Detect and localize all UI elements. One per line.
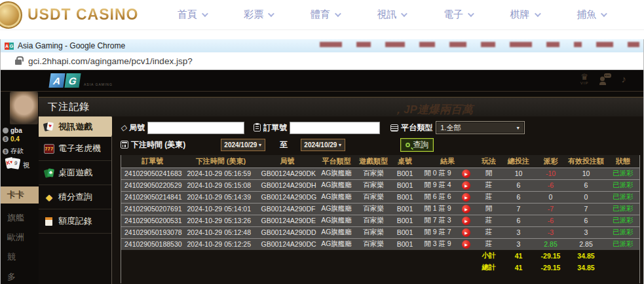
nav-item-sports[interactable]: 體育 bbox=[311, 9, 339, 21]
game-cell: 百家樂 bbox=[356, 238, 391, 250]
replay-play-icon[interactable]: ▶ bbox=[462, 181, 470, 190]
platform-cell: AG旗艦廳 bbox=[317, 179, 356, 191]
col-header-game: 遊戲類型 bbox=[356, 155, 391, 168]
replay-play-icon[interactable]: ▶ bbox=[462, 228, 470, 237]
menu-item-slot-machine[interactable]: 777 電子老虎機 bbox=[39, 137, 111, 161]
replay-play-icon[interactable]: ▶ bbox=[462, 193, 470, 202]
ag-app: A G ASIA GAMING ♛ VIP ••• ♪ bbox=[1, 70, 643, 284]
order-input[interactable] bbox=[290, 122, 380, 134]
nav-item-home[interactable]: 首頁 bbox=[178, 9, 206, 21]
platform-cell: AG旗艦廳 bbox=[317, 238, 356, 250]
nav-item-lottery[interactable]: 彩票 bbox=[244, 9, 273, 21]
sidebar-item-flagship[interactable]: 旗艦 bbox=[1, 209, 39, 226]
chevron-down-icon bbox=[335, 10, 341, 17]
username-row: gba bbox=[3, 127, 22, 134]
ag-logo-a: A bbox=[48, 73, 65, 88]
menu-item-live-games[interactable]: ♥ 視訊遊戲 bbox=[39, 116, 111, 137]
chevron-down-icon bbox=[401, 10, 407, 17]
round-input[interactable] bbox=[147, 122, 244, 134]
nav-item-live[interactable]: 視訊 bbox=[377, 9, 406, 21]
nav-item-cards[interactable]: 棋牌 bbox=[510, 9, 539, 21]
replay-play-icon[interactable]: ▶ bbox=[462, 205, 470, 213]
replay-play-icon[interactable]: ▶ bbox=[462, 169, 470, 178]
replay-play-icon[interactable]: ▶ bbox=[462, 217, 470, 225]
nav-item-slots[interactable]: 電子 bbox=[444, 9, 472, 21]
menu-label: 桌面遊戲 bbox=[58, 167, 92, 179]
payout-cell: 2.85 bbox=[536, 238, 566, 250]
list-icon bbox=[390, 124, 398, 132]
table-cell: B001 bbox=[391, 226, 419, 238]
replay-cell: ▶ bbox=[457, 203, 476, 215]
game-cell: 百家樂 bbox=[356, 179, 391, 191]
game-cell: 百家樂 bbox=[356, 168, 391, 179]
ag-favicon-icon: AG bbox=[5, 43, 14, 50]
time-cell: 2024-10-29 05:16:59 bbox=[184, 168, 258, 179]
col-header-time: 下注時間 (美東) bbox=[184, 155, 258, 168]
username: gba bbox=[10, 127, 22, 134]
ag-logo: A G ASIA GAMING bbox=[50, 73, 113, 88]
nav-item-fishing[interactable]: 捕魚 bbox=[577, 9, 605, 21]
menu-label: 電子老虎機 bbox=[58, 143, 101, 154]
col-header-table: 桌號 bbox=[391, 155, 419, 168]
vip-icon[interactable]: ♛ VIP bbox=[580, 73, 589, 85]
main-nav: 首頁 彩票 體育 視訊 電子 棋牌 捕魚 bbox=[152, 9, 644, 21]
payout-cell: -10 bbox=[536, 168, 566, 179]
menu-item-table-games[interactable]: ♣ 桌面遊戲 bbox=[39, 161, 111, 185]
play-cell: 閒 bbox=[476, 203, 502, 215]
menu-item-quota-record[interactable]: 額度記錄 bbox=[39, 209, 111, 234]
bet-cell: 7 bbox=[502, 203, 536, 215]
site-logo-badge-icon bbox=[0, 1, 22, 29]
avatar[interactable] bbox=[10, 92, 38, 124]
sidebar-item-duo[interactable]: 多 bbox=[1, 268, 39, 284]
table-row: 2410290501930782024-10-29 05:12:48GB0012… bbox=[121, 226, 640, 238]
status-cell: 已派彩 bbox=[607, 238, 640, 250]
deposit-row[interactable]: $ 存款 bbox=[3, 147, 24, 156]
customer-service-icon[interactable]: ••• bbox=[599, 73, 611, 85]
window-title-bar[interactable]: AG Asia Gaming - Google Chrome bbox=[1, 39, 643, 52]
date-to-value: 2024/10/29 bbox=[304, 141, 337, 149]
tag-icon: ◇ bbox=[121, 123, 126, 132]
menu-item-points-query[interactable]: ◆ 積分查詢 bbox=[39, 185, 111, 209]
search-icon bbox=[406, 143, 410, 147]
round-cell: GB00124A290DD bbox=[258, 226, 317, 238]
total-row: 總計 41 -29.15 34.85 bbox=[121, 262, 640, 274]
ag-logo-subtext: ASIA GAMING bbox=[84, 82, 113, 86]
platform-select[interactable]: 1.全部 ▼ bbox=[436, 121, 525, 134]
sidebar-item-jing[interactable]: 競 bbox=[1, 249, 39, 266]
site-logo[interactable]: USDT CASINO bbox=[0, 1, 152, 29]
result-cell: 閒 3 莊 9 bbox=[419, 238, 457, 250]
screen: USDT CASINO 首頁 彩票 體育 視訊 電子 棋牌 捕魚 AG Asia… bbox=[0, 0, 644, 284]
table-cell: B001 bbox=[391, 179, 419, 191]
order-cell: 241029050241683 bbox=[121, 168, 184, 179]
balance-row: $ 0.4 bbox=[3, 135, 20, 143]
status-cell: 已派彩 bbox=[607, 226, 640, 238]
calendar-icon bbox=[121, 141, 128, 149]
replay-cell: ▶ bbox=[457, 238, 476, 250]
nav-label: 體育 bbox=[311, 9, 330, 21]
music-icon[interactable]: ♪ bbox=[622, 73, 627, 84]
col-header-result: 結果 bbox=[419, 155, 476, 168]
order-cell: 241029050220529 bbox=[121, 179, 184, 191]
round-cell: GB00124A290DG bbox=[258, 191, 317, 203]
play-cell: 莊 bbox=[476, 215, 502, 226]
url-bar[interactable]: gci.2hhapi.com/agingame/pcv1/index.jsp? bbox=[1, 52, 643, 70]
payout-cell: -7 bbox=[536, 203, 566, 215]
time-cell: 2024-10-29 05:14:01 bbox=[184, 203, 258, 215]
bet-cell: 6 bbox=[502, 179, 536, 191]
green-cards-icon: ♣ bbox=[44, 168, 54, 178]
search-button-label: 查詢 bbox=[413, 139, 428, 151]
table-row: 2410290501885302024-10-29 05:12:25GB0012… bbox=[121, 238, 640, 250]
platform-cell: AG旗艦廳 bbox=[317, 226, 356, 238]
panel-title: 下注記錄 bbox=[48, 101, 90, 113]
sidebar-item-kaka[interactable]: 卡卡 bbox=[1, 186, 39, 204]
col-header-platform: 平台類型 bbox=[317, 155, 356, 168]
round-cell: GB00124A290DH bbox=[258, 179, 317, 191]
date-from-picker[interactable]: 2024/10/29 ▼ bbox=[221, 139, 265, 151]
time-cell: 2024-10-29 05:15:08 bbox=[184, 179, 258, 191]
date-to-picker[interactable]: 2024/10/29 ▼ bbox=[301, 139, 345, 151]
sidebar-item-europe[interactable]: 歐洲 bbox=[1, 229, 39, 246]
search-button[interactable]: 查詢 bbox=[400, 138, 434, 152]
payout-cell: -3 bbox=[536, 226, 566, 238]
ag-logo-g: G bbox=[64, 73, 81, 88]
replay-play-icon[interactable]: ▶ bbox=[462, 240, 470, 249]
